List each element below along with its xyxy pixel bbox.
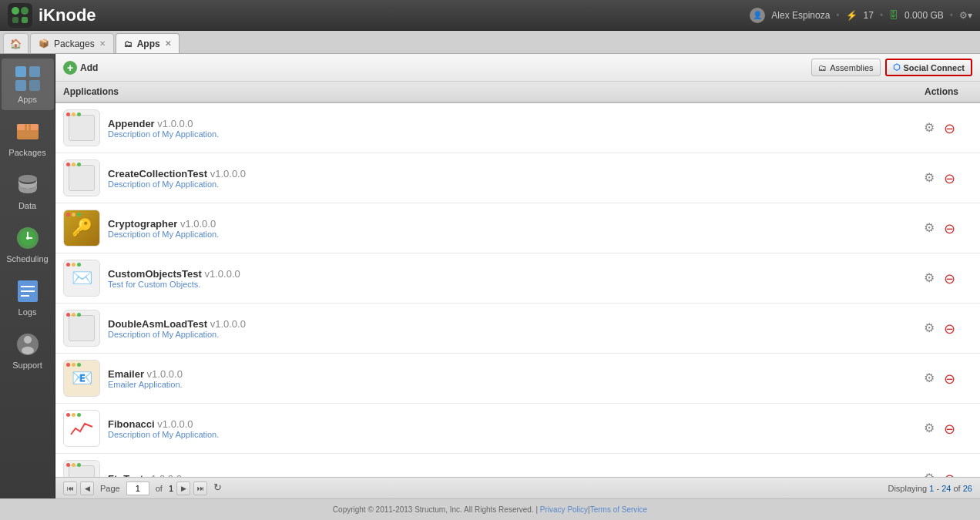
settings-button[interactable]: ⚙ (924, 270, 939, 286)
settings-button[interactable]: ⚙ (924, 220, 939, 236)
svg-point-1 (12, 7, 19, 15)
main-layout: Apps Packages Data (0, 54, 980, 498)
scheduling-icon (14, 224, 42, 252)
app-actions: ⚙ ⊖ (911, 371, 972, 386)
app-name: Emailer v1.0.0.0 (108, 368, 911, 380)
remove-button[interactable]: ⊖ (944, 270, 959, 286)
of-label: of (156, 484, 163, 493)
remove-button[interactable]: ⊖ (944, 220, 959, 236)
assemblies-button[interactable]: 🗂 Assemblies (811, 59, 880, 76)
app-info: Emailer v1.0.0.0 Emailer Application. (108, 368, 911, 389)
range-start: 1 (929, 484, 934, 493)
tab-home[interactable]: 🏠 (3, 33, 29, 53)
social-connect-label: Social Connect (904, 63, 965, 72)
tab-packages-label: Packages (54, 39, 95, 49)
table-row: 🔑 Cryptographer v1.0.0.0 Description of … (55, 203, 980, 253)
avatar: 👤 (750, 8, 765, 23)
settings-button[interactable]: ⚙ (924, 371, 939, 386)
sidebar-scheduling-label: Scheduling (6, 254, 48, 263)
tabbar: 🏠 📦 Packages ✕ 🗂 Apps ✕ (0, 31, 980, 54)
prev-page-button[interactable]: ◀ (80, 481, 94, 495)
storage-icon: 🗄 (889, 10, 898, 21)
remove-button[interactable]: ⊖ (944, 170, 959, 186)
remove-button[interactable]: ⊖ (944, 120, 959, 136)
remove-button[interactable]: ⊖ (944, 471, 959, 477)
sidebar-item-packages[interactable]: Packages (2, 112, 54, 163)
assemblies-icon: 🗂 (818, 63, 827, 72)
app-actions: ⚙ ⊖ (911, 120, 972, 136)
app-thumbnail (63, 159, 100, 196)
next-page-button[interactable]: ▶ (176, 481, 190, 495)
logo-icon (8, 3, 32, 28)
toolbar: + Add 🗂 Assemblies ⬡ Social Connect (55, 54, 980, 82)
app-name: CustomObjectsTest v1.0.0.0 (108, 268, 911, 280)
sidebar-data-label: Data (18, 201, 36, 210)
gear-icon[interactable]: ⚙▾ (959, 10, 972, 21)
tab-apps-label: Apps (137, 39, 160, 49)
terms-link[interactable]: Terms of Service (590, 505, 647, 514)
sidebar-item-support[interactable]: Support (2, 324, 54, 376)
svg-point-13 (18, 175, 37, 183)
col-actions: Actions (911, 86, 972, 97)
tab-apps-icon: 🗂 (124, 39, 133, 49)
sidebar-packages-label: Packages (8, 148, 45, 157)
settings-button[interactable]: ⚙ (924, 320, 939, 336)
svg-rect-5 (15, 66, 26, 77)
remove-button[interactable]: ⊖ (944, 421, 959, 436)
page-label: Page (100, 484, 120, 493)
settings-button[interactable]: ⚙ (924, 120, 939, 136)
total-items: 26 (963, 484, 972, 493)
last-page-button[interactable]: ⏭ (193, 481, 207, 495)
remove-button[interactable]: ⊖ (944, 320, 959, 336)
app-actions: ⚙ ⊖ (911, 471, 972, 477)
tab-apps-close[interactable]: ✕ (165, 40, 171, 48)
tab-packages[interactable]: 📦 Packages ✕ (30, 33, 114, 53)
first-page-button[interactable]: ⏮ (63, 481, 77, 495)
refresh-button[interactable]: ↻ (213, 481, 227, 495)
social-connect-button[interactable]: ⬡ Social Connect (885, 59, 972, 76)
svg-rect-7 (15, 80, 26, 91)
sidebar-item-logs[interactable]: Logs (2, 271, 54, 323)
data-icon (14, 171, 42, 199)
tab-packages-close[interactable]: ✕ (99, 40, 106, 48)
svg-rect-0 (8, 3, 32, 28)
app-table: Applications Actions Appender v1.0.0.0 D… (55, 82, 980, 477)
add-label: Add (80, 62, 98, 73)
settings-button[interactable]: ⚙ (924, 421, 939, 436)
sidebar-item-apps[interactable]: Apps (2, 59, 54, 110)
bolt-count: 17 (864, 10, 874, 21)
app-thumbnail: 🔑 (63, 210, 100, 247)
sidebar-item-scheduling[interactable]: Scheduling (2, 218, 54, 270)
copyright: Copyright © 2011-2013 Structum, Inc. All… (333, 505, 538, 514)
sidebar-logs-label: Logs (18, 307, 37, 317)
sidebar: Apps Packages Data (0, 54, 55, 498)
logo: iKnode (8, 3, 96, 28)
page-input[interactable] (126, 481, 149, 495)
app-thumbnail (63, 410, 100, 447)
table-row: ✉️ CustomObjectsTest v1.0.0.0 Test for C… (55, 253, 980, 304)
privacy-link[interactable]: Privacy Policy (540, 505, 588, 514)
app-thumbnail (63, 109, 100, 146)
of-total-label: of (954, 484, 961, 493)
page-count: Displaying 1 - 24 of 26 (888, 484, 972, 493)
sidebar-item-data[interactable]: Data (2, 165, 54, 216)
logs-icon (14, 277, 42, 305)
table-row: CreateCollectionTest v1.0.0.0 Descriptio… (55, 153, 980, 203)
remove-button[interactable]: ⊖ (944, 371, 959, 386)
table-row: 📧 Emailer v1.0.0.0 Emailer Application. … (55, 354, 980, 404)
tab-apps[interactable]: 🗂 Apps ✕ (116, 33, 180, 53)
app-info: CreateCollectionTest v1.0.0.0 Descriptio… (108, 168, 911, 189)
logo-text: iKnode (39, 5, 96, 25)
app-description: Emailer Application. (108, 380, 911, 389)
table-row: DoubleAsmLoadTest v1.0.0.0 Description o… (55, 304, 980, 354)
app-description: Description of My Application. (108, 179, 911, 189)
app-actions: ⚙ ⊖ (911, 320, 972, 336)
settings-button[interactable]: ⚙ (924, 471, 939, 477)
add-button[interactable]: + Add (63, 61, 98, 75)
settings-button[interactable]: ⚙ (924, 170, 939, 186)
total-pages: 1 (169, 484, 173, 493)
topbar: iKnode 👤 Alex Espinoza • ⚡ 17 • 🗄 0.000 … (0, 0, 980, 31)
app-thumbnail (63, 310, 100, 347)
app-name: CreateCollectionTest v1.0.0.0 (108, 168, 911, 179)
app-info: CustomObjectsTest v1.0.0.0 Test for Cust… (108, 268, 911, 289)
